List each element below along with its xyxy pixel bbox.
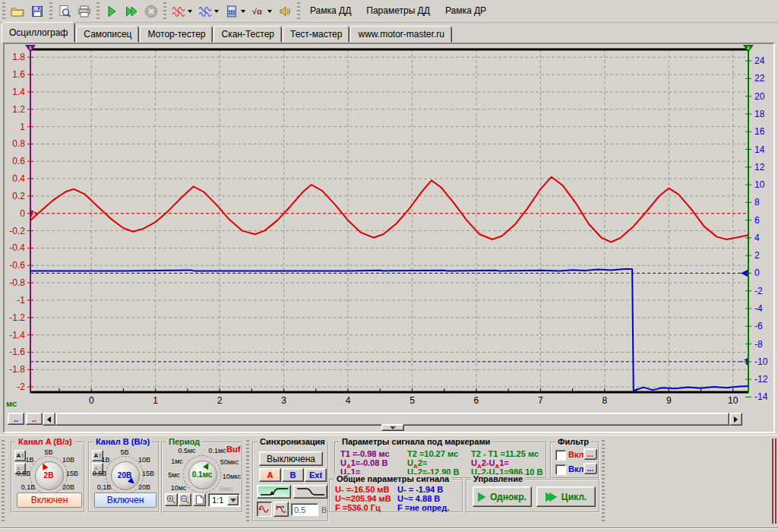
- markers-red-button[interactable]: ..: [26, 413, 43, 425]
- dropdown-arrow-icon[interactable]: [241, 10, 245, 13]
- toolbar-grip[interactable]: [96, 2, 100, 19]
- common-param-b-line: U- = -1.94 В: [397, 485, 443, 494]
- control-panel: Управление Однокр. Цикл.: [466, 479, 600, 513]
- channel-b-signal-button[interactable]: [196, 2, 221, 21]
- dropdown-arrow-icon[interactable]: [214, 10, 219, 13]
- stop-button[interactable]: [142, 2, 160, 21]
- start-button[interactable]: [103, 2, 121, 21]
- svg-text:1.4: 1.4: [12, 87, 25, 97]
- filter-b-checkbox[interactable]: [555, 464, 566, 475]
- toolbar-grip[interactable]: [49, 2, 52, 19]
- control-title: Управление: [471, 474, 525, 483]
- ffwd-icon: [125, 5, 138, 18]
- channel-b-enabled-button[interactable]: Включен: [94, 492, 157, 508]
- marker-value-cell: T2 =10.27 мс: [407, 449, 458, 458]
- rising-edge-button[interactable]: [257, 485, 291, 499]
- svg-text:6: 6: [754, 215, 760, 226]
- cycle-run-button[interactable]: Цикл.: [536, 486, 596, 507]
- toolbar-grip[interactable]: [2, 2, 5, 19]
- channel_a-current-value: 2В: [44, 471, 54, 480]
- toolbar-grip[interactable]: [297, 2, 300, 19]
- tab-осциллограф[interactable]: Осциллограф: [2, 22, 75, 43]
- print-button[interactable]: [75, 2, 93, 21]
- filter-a-settings-button[interactable]: ...: [584, 448, 597, 460]
- save-file-button[interactable]: [28, 2, 46, 21]
- combo-dropdown-button[interactable]: [227, 495, 239, 505]
- sync-mode-wave-button[interactable]: [257, 502, 272, 517]
- scrollbar-left-arrow[interactable]: [43, 413, 55, 426]
- blank-page-icon: [195, 495, 204, 505]
- svg-text:0: 0: [754, 268, 760, 278]
- filter-a-checkbox[interactable]: [555, 450, 566, 461]
- trigger-level-input[interactable]: [291, 503, 318, 516]
- svg-text:-8: -8: [754, 339, 763, 350]
- sync-source-ext-button[interactable]: Ext: [305, 468, 327, 482]
- marker-parameters-panel: Параметры сигнала под маркерами T1 =-0.9…: [334, 442, 547, 479]
- math-functions-button[interactable]: √α: [249, 2, 274, 21]
- falling-edge-button[interactable]: [293, 485, 327, 499]
- splitter-collapse-button[interactable]: [381, 424, 404, 431]
- svg-text:8: 8: [602, 395, 607, 406]
- zoom-in-button[interactable]: [165, 493, 178, 506]
- tab-www.motor-master.ru[interactable]: www.motor-master.ru: [350, 26, 451, 43]
- start-cycle-button[interactable]: [122, 2, 141, 21]
- window-bottom-edge: [0, 527, 778, 532]
- zoom-out-icon: [180, 495, 190, 505]
- open-file-button[interactable]: [8, 2, 27, 21]
- cycle-run-label: Цикл.: [561, 492, 587, 502]
- channel_a-dial-label: 0,1В: [21, 483, 36, 491]
- toolbar-button-рамка-дд[interactable]: Рамка ДД: [302, 2, 359, 19]
- zoom-out-button[interactable]: [179, 493, 191, 506]
- svg-text:-10: -10: [754, 356, 768, 367]
- print-preview-button[interactable]: [55, 2, 74, 21]
- svg-text:-6: -6: [754, 321, 763, 331]
- svg-text:0: 0: [89, 395, 94, 406]
- sync-mode-level-button[interactable]: [274, 502, 289, 517]
- svg-text:22: 22: [754, 73, 765, 84]
- toolbar-grip[interactable]: [246, 440, 249, 522]
- toolbar-button-рамка-др[interactable]: Рамка ДР: [438, 2, 494, 19]
- svg-text:2: 2: [217, 395, 223, 406]
- channel-a-signal-button[interactable]: [169, 2, 194, 21]
- floppy-icon: [30, 5, 44, 18]
- calculator-button[interactable]: [223, 2, 248, 21]
- common-parameters-panel: Общие параметры сигнала U- =-16.50 мВU~=…: [329, 479, 463, 513]
- scrollbar-right-arrow[interactable]: [729, 413, 742, 426]
- preview-icon: [58, 5, 71, 18]
- dropdown-arrow-icon[interactable]: [267, 10, 272, 13]
- svg-text:√α: √α: [252, 7, 262, 16]
- tab-самописец[interactable]: Самописец: [76, 26, 139, 43]
- markers-blue-button[interactable]: ..: [8, 413, 24, 425]
- svg-text:6: 6: [474, 395, 479, 406]
- filter-b-settings-button[interactable]: ...: [584, 463, 597, 474]
- period-dial-label: 5мкс: [219, 485, 234, 492]
- sync-off-button[interactable]: Выключена: [259, 451, 323, 466]
- left-arrow-icon: [47, 416, 51, 423]
- tab-скан-тестер[interactable]: Скан-Тестер: [213, 26, 282, 43]
- channel_b-dial-label: 1В: [101, 456, 109, 464]
- wave-red-icon: [172, 5, 185, 18]
- sync-source-b-button[interactable]: B: [282, 468, 304, 482]
- svg-text:-1: -1: [17, 295, 25, 306]
- toolbar-grip[interactable]: [602, 440, 605, 522]
- dropdown-arrow-icon[interactable]: [188, 10, 192, 13]
- zoom-ratio-value: 1:1: [209, 496, 227, 505]
- folder-icon: [11, 5, 24, 18]
- toolbar-button-параметры-дд[interactable]: Параметры ДД: [359, 2, 438, 19]
- reset-view-button[interactable]: [193, 493, 206, 506]
- channel-a-enabled-button[interactable]: Включен: [17, 492, 82, 508]
- toolbar-grip[interactable]: [163, 2, 166, 19]
- tab-тест-мастер[interactable]: Тест-мастер: [283, 26, 349, 43]
- svg-text:24: 24: [754, 55, 765, 66]
- sync-source-a-button[interactable]: A: [259, 468, 281, 482]
- zoom-ratio-combo[interactable]: 1:1: [208, 493, 240, 507]
- sound-button[interactable]: [276, 2, 294, 21]
- svg-text:-0.8: -0.8: [9, 277, 25, 288]
- oscilloscope-chart[interactable]: AB12-2-1.8-1.6-1.4-1.2-1-0.8-0.6-0.4-0.2…: [5, 44, 773, 410]
- tab-мотор-тестер[interactable]: Мотор-тестер: [140, 26, 213, 43]
- period-dial-label: 1мс: [171, 458, 183, 465]
- single-run-button[interactable]: Однокр.: [473, 486, 532, 507]
- toolbar-grip[interactable]: [2, 440, 5, 522]
- marker-value-cell: T2 - T1 =11.25 мс: [471, 449, 539, 458]
- app-window: { "toolbar": { "icons": [ {"type":"grip"…: [0, 0, 778, 532]
